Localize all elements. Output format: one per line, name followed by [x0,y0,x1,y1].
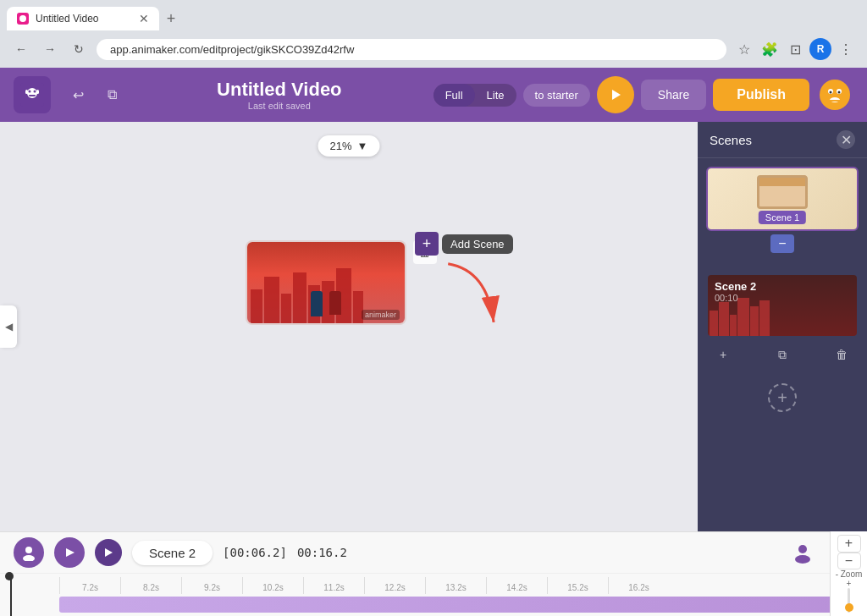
building-4 [293,272,306,323]
sidebar-expand-button[interactable]: ◀ [0,305,17,348]
red-arrow-indicator [432,257,516,345]
animaker-logo-icon [20,83,44,107]
s2-building-6 [759,300,770,336]
svg-point-9 [820,80,850,110]
plan-lite-button[interactable]: Lite [475,84,516,107]
zoom-dropdown-icon[interactable]: ▼ [357,140,368,152]
s2-building-2 [719,302,729,336]
user-avatar-icon [20,544,37,561]
header-title-area: Untitled Video Last edit saved [139,79,420,111]
scene-name-timeline: Scene 2 [132,541,213,565]
cast-button[interactable]: ⊡ [784,38,806,60]
tab-title: Untitled Video [36,13,132,25]
ruler-tick: 7.2s [59,577,120,594]
plan-full-button[interactable]: Full [434,84,475,107]
main-area: ◀ 21% ▼ [0,122,867,531]
add-scene-plus-button[interactable]: + [415,232,439,256]
playhead-head [5,572,14,580]
scene-1-container: Scene 1 − [698,158,867,265]
copy-button[interactable]: ⧉ [98,81,125,108]
scene-canvas-thumbnail: animaker [246,240,406,325]
time-current: [00:06.2] [223,546,287,559]
scene-city-background: animaker [247,242,405,323]
scene-preview-card[interactable]: animaker 🗑 [246,240,406,325]
svg-point-18 [23,555,35,561]
zoom-label: - Zoom + [834,569,864,588]
project-title[interactable]: Untitled Video [139,79,420,101]
playhead-marker[interactable] [10,574,12,616]
svg-point-0 [19,15,26,22]
forward-button[interactable]: → [39,38,61,60]
scenes-panel-header: Scenes ✕ [698,122,867,158]
tab-close-button[interactable]: ✕ [139,13,149,25]
ruler-ticks: 7.2s8.2s9.2s10.2s11.2s12.2s13.2s14.2s15.… [59,574,867,597]
s2-building-5 [750,306,759,336]
share-button[interactable]: Share [641,80,706,110]
add-scene-sidebar-button[interactable]: + [768,383,797,412]
zoom-control[interactable]: 21% ▼ [318,135,380,157]
timeline-avatar-icon [791,541,815,564]
scene-2-copy-button[interactable]: ⧉ [772,344,792,365]
menu-button[interactable]: ⋮ [835,38,857,60]
refresh-button[interactable]: ↻ [68,38,90,60]
timeline-user-avatar [14,537,44,568]
svg-marker-19 [66,548,75,557]
ruler-tick: 10.2s [242,577,303,594]
play-icon [609,88,622,102]
building-1 [251,289,262,323]
scene-play-button[interactable] [54,537,85,568]
browser-tab[interactable]: Untitled Video ✕ [7,7,159,30]
undo-button[interactable]: ↩ [64,81,91,108]
svg-rect-6 [25,90,28,94]
bookmark-button[interactable]: ☆ [733,38,755,60]
new-tab-button[interactable]: + [159,7,183,30]
timeline-user-icon[interactable] [789,539,816,566]
plan-toggle[interactable]: Full Lite [434,84,516,107]
svg-rect-5 [29,95,36,96]
tab-favicon [17,13,29,25]
add-scene-tooltip[interactable]: Add Scene [442,234,513,254]
play-icon-small [103,547,113,558]
svg-point-13 [838,91,841,94]
add-scene-area[interactable]: + Add Scene [415,232,513,256]
svg-point-2 [27,88,37,98]
scene-2-add-button[interactable]: + [713,344,733,365]
figure-1 [311,291,323,316]
app-logo[interactable] [14,76,51,113]
zoom-controls: + − - Zoom + [830,531,867,616]
upgrade-button[interactable]: to starter [523,84,590,107]
svg-rect-15 [830,100,840,102]
zoom-slider-thumb [845,603,853,612]
extension-button[interactable]: 🧩 [759,38,781,60]
address-input[interactable] [97,39,726,60]
zoom-minus-button[interactable]: − [837,553,861,570]
profile-button[interactable]: R [809,38,831,60]
preview-play-button[interactable] [597,76,634,113]
mascot-icon[interactable] [816,76,853,113]
scene-1-thumbnail[interactable]: Scene 1 [706,167,859,231]
scene-2-actions: + ⧉ 🗑 [706,341,859,368]
scene-2-duration: 00:10 [715,293,756,303]
zoom-plus-button[interactable]: + [837,535,861,553]
scene-1-label: Scene 1 [759,211,806,224]
ruler-tick: 13.2s [425,577,486,594]
user-avatar-circle [14,537,44,568]
address-bar: ← → ↻ ☆ 🧩 ⊡ R ⋮ [0,30,867,68]
last-saved-label: Last edit saved [139,101,420,111]
canvas-area[interactable]: ◀ 21% ▼ [0,122,698,531]
scene-2-thumbnail[interactable]: Scene 2 00:10 [706,273,859,338]
scenes-title: Scenes [710,133,752,147]
ruler-tick: 9.2s [181,577,242,594]
play-icon-timeline [64,547,75,558]
mascot-svg [816,76,853,113]
zoom-slider[interactable] [848,588,850,613]
scene-1-minus-button[interactable]: − [770,234,794,253]
scene-play-small-button[interactable] [95,539,122,566]
scenes-close-button[interactable]: ✕ [837,130,855,149]
svg-marker-20 [105,548,113,557]
publish-button[interactable]: Publish [713,79,809,111]
timeline-scene-track[interactable] [59,597,867,613]
scene-2-info: Scene 2 00:10 [715,280,756,303]
scene-2-delete-button[interactable]: 🗑 [831,344,852,365]
back-button[interactable]: ← [10,38,32,60]
